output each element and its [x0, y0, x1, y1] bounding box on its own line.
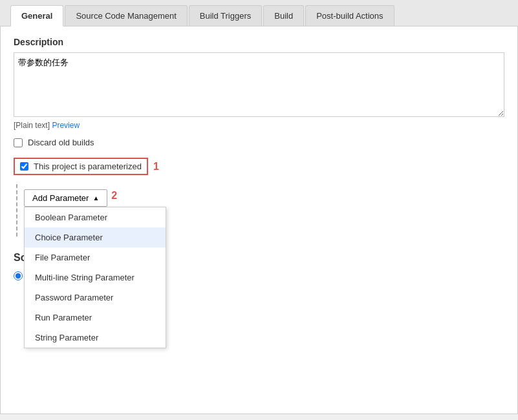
- plain-text-label: [Plain text]: [14, 121, 50, 130]
- param-dashed-area: Add Parameter ▲ Boolean Parameter Choice…: [16, 184, 504, 236]
- badge-2: 2: [111, 190, 117, 202]
- dropdown-item-password[interactable]: Password Parameter: [25, 288, 166, 308]
- chevron-down-icon: ▲: [92, 194, 99, 202]
- add-param-container: Add Parameter ▲ Boolean Parameter Choice…: [24, 189, 107, 207]
- add-parameter-button[interactable]: Add Parameter ▲: [24, 189, 107, 207]
- discard-builds-checkbox[interactable]: [14, 138, 23, 147]
- discard-builds-row: Discard old builds: [14, 138, 504, 147]
- add-parameter-label: Add Parameter: [32, 193, 89, 203]
- tab-general[interactable]: General: [10, 5, 63, 26]
- dropdown-item-run[interactable]: Run Parameter: [25, 308, 166, 328]
- tab-build[interactable]: Build: [263, 5, 304, 26]
- badge-1: 1: [153, 161, 159, 173]
- tab-build-triggers[interactable]: Build Triggers: [189, 5, 262, 26]
- tab-bar: General Source Code Management Build Tri…: [0, 0, 518, 26]
- add-parameter-dropdown: Boolean Parameter Choice Parameter File …: [24, 207, 166, 348]
- dropdown-item-choice[interactable]: Choice Parameter: [25, 227, 166, 247]
- description-input[interactable]: 带参数的任务: [14, 52, 504, 117]
- dropdown-item-string[interactable]: String Parameter: [25, 328, 166, 348]
- radio-input[interactable]: [14, 271, 23, 280]
- dropdown-item-file[interactable]: File Parameter: [25, 247, 166, 268]
- main-content: Description 带参数的任务 [Plain text] Preview …: [0, 26, 518, 414]
- dropdown-item-multiline[interactable]: Multi-line String Parameter: [25, 268, 166, 288]
- discard-builds-label: Discard old builds: [28, 138, 94, 147]
- parameterized-label: This project is parameterized: [34, 162, 142, 171]
- parameterized-row: This project is parameterized: [14, 158, 148, 175]
- dropdown-item-boolean[interactable]: Boolean Parameter: [25, 207, 166, 227]
- description-label: Description: [14, 37, 504, 47]
- add-param-wrapper: Add Parameter ▲ Boolean Parameter Choice…: [24, 184, 504, 207]
- parameterized-checkbox[interactable]: [20, 162, 28, 171]
- preview-link[interactable]: Preview: [52, 121, 80, 130]
- preview-row: [Plain text] Preview: [14, 121, 504, 130]
- tab-source-code[interactable]: Source Code Management: [65, 5, 187, 26]
- tab-post-build[interactable]: Post-build Actions: [305, 5, 394, 26]
